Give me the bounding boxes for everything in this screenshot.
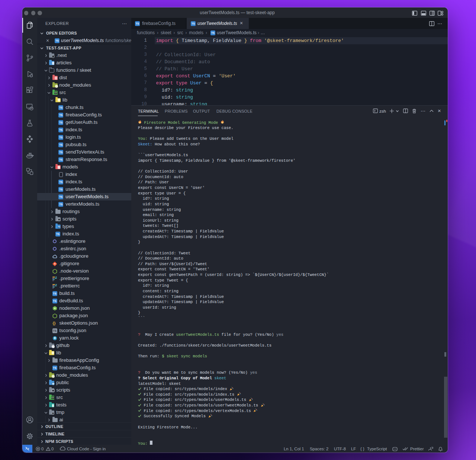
svg-text:SS: SS xyxy=(30,107,33,109)
